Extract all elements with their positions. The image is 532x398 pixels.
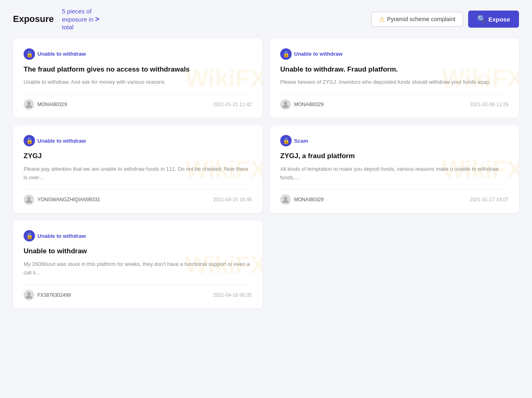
tag-label-4: Scam [294,138,308,144]
svg-point-1 [284,102,287,105]
header: Exposure 5 pieces ofexposure intotal > ⚠… [0,0,532,39]
card-tag-4: 🔒 Scam [280,135,308,146]
card-tag-3: 🔒 Unable to withdraw [24,135,86,146]
avatar-1 [24,99,34,110]
card-desc-1: Unable to withdraw. And ask for money wi… [24,78,252,87]
chevron-right-icon: > [95,15,100,24]
card-footer-3: YONGWANGZHIQIAN99331 2021-04-15 16:46 [24,189,252,205]
exposure-card-4[interactable]: WikiFX 🔒 Scam ZYGJ, a fraud platform All… [270,125,519,213]
card-footer-4: MONAI80329 2021-01-27 14:07 [280,189,508,205]
header-actions: ⚠ Pyramid scheme complaint 🔍 Expose [371,11,519,28]
tag-icon-4: 🔒 [280,135,292,146]
card-user-3: YONGWANGZHIQIAN99331 [24,194,100,205]
expose-button[interactable]: 🔍 Expose [468,11,519,28]
tag-label-1: Unable to withdraw [37,51,86,57]
tag-icon-1: 🔒 [24,48,35,60]
card-title-2: Unable to withdraw. Fraud platform. [280,65,508,74]
username-4: MONAI80329 [294,197,324,202]
card-date-2: 2021-02-06 11:29 [470,102,508,107]
card-user-5: FX3876302499 [24,290,71,300]
tag-icon-3: 🔒 [24,135,35,146]
card-user-2: MONAI80329 [280,99,324,110]
card-title-5: Unable to withdraw [24,246,252,256]
card-title-1: The fraud platform gives no access to wi… [24,65,252,74]
card-desc-4: All kinds of temptation to make you depo… [280,165,508,182]
avatar-5 [24,290,34,300]
exposure-card-2[interactable]: WikiFX 🔒 Unable to withdraw Unable to wi… [270,39,519,118]
card-footer-2: MONAI80329 2021-02-06 11:29 [280,94,508,110]
username-3: YONGWANGZHIQIAN99331 [37,197,100,202]
card-footer-1: MONAI80329 2021-01-21 11:42 [24,94,252,110]
card-tag-2: 🔒 Unable to withdraw [280,48,342,60]
card-footer-5: FX3876302499 2021-04-16 00:35 [24,285,252,300]
tag-icon-5: 🔒 [24,230,35,241]
card-desc-3: Please pay attention that we are unable … [24,165,252,182]
complaint-btn-label: Pyramid scheme complaint [387,16,456,22]
expose-btn-label: Expose [488,16,510,23]
card-date-4: 2021-01-27 14:07 [470,197,508,202]
avatar-4 [280,194,291,205]
card-desc-5: My 26000usd was stuck in this platform f… [24,260,252,277]
expose-icon: 🔍 [477,15,486,24]
card-user-4: MONAI80329 [280,194,324,205]
page-title: Exposure [13,14,54,24]
card-date-1: 2021-01-21 11:42 [213,102,252,107]
card-title-4: ZYGJ, a fraud platform [280,151,508,161]
svg-point-0 [27,102,31,105]
exposure-card-3[interactable]: WikiFX 🔒 Unable to withdraw ZYGJ Please … [13,125,262,213]
tag-icon-2: 🔒 [280,48,292,60]
svg-point-2 [27,197,31,200]
card-user-1: MONAI80329 [24,99,67,110]
username-5: FX3876302499 [37,292,71,298]
page-wrapper: WikiFX WikiFX WikiFX WikiFX WikiFX WikiF… [0,0,532,398]
warning-icon: ⚠ [379,15,385,23]
exposure-count-text: 5 pieces ofexposure intotal [62,7,94,31]
card-tag-5: 🔒 Unable to withdraw [24,230,86,241]
tag-label-5: Unable to withdraw [37,233,86,239]
exposure-count-link[interactable]: 5 pieces ofexposure intotal > [62,7,99,31]
tag-label-3: Unable to withdraw [37,138,86,144]
card-desc-2: Please beware of ZYGJ. Investors who dep… [280,78,508,87]
exposure-card-5[interactable]: WikiFX 🔒 Unable to withdraw Unable to wi… [13,220,262,308]
username-1: MONAI80329 [37,102,67,107]
svg-point-3 [284,197,287,200]
tag-label-2: Unable to withdraw [294,51,342,57]
cards-grid: WikiFX 🔒 Unable to withdraw The fraud pl… [0,39,532,322]
pyramid-complaint-button[interactable]: ⚠ Pyramid scheme complaint [371,12,463,27]
card-date-5: 2021-04-16 00:35 [213,292,252,298]
card-date-3: 2021-04-15 16:46 [213,197,252,202]
exposure-card-1[interactable]: WikiFX 🔒 Unable to withdraw The fraud pl… [13,39,262,118]
avatar-3 [24,194,34,205]
card-tag-1: 🔒 Unable to withdraw [24,48,86,60]
card-title-3: ZYGJ [24,151,252,161]
avatar-2 [280,99,291,110]
username-2: MONAI80329 [294,102,324,107]
svg-point-4 [27,292,31,296]
